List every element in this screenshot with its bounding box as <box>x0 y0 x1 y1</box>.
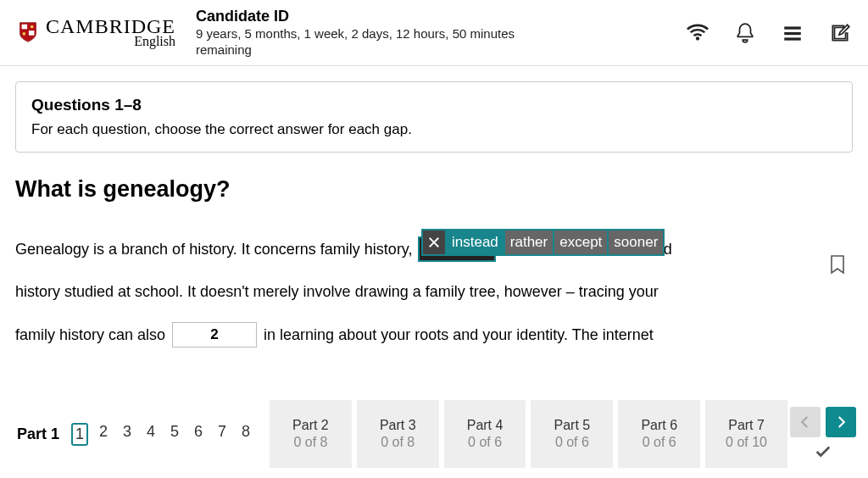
answer-popup: instead rather except sooner <box>421 229 665 256</box>
brand-sub: English <box>46 36 175 47</box>
footer-nav: Part 1 1 2 3 4 5 6 7 8 Part 20 of 8 Part… <box>0 390 868 478</box>
parts-list: Part 20 of 8 Part 30 of 8 Part 40 of 6 P… <box>270 390 787 478</box>
svg-rect-5 <box>784 31 801 34</box>
part-box[interactable]: Part 60 of 6 <box>618 400 700 468</box>
question-number-list: 1 2 3 4 5 6 7 8 <box>71 423 254 446</box>
gap-2[interactable]: 2 <box>172 322 257 347</box>
part-box[interactable]: Part 50 of 6 <box>531 400 613 468</box>
question-number[interactable]: 6 <box>190 423 207 446</box>
popup-option[interactable]: except <box>554 231 607 254</box>
popup-option[interactable]: instead <box>447 231 504 254</box>
candidate-id-label: Candidate ID <box>196 8 518 25</box>
question-number[interactable]: 3 <box>119 423 136 446</box>
wifi-icon <box>687 22 709 44</box>
current-part-label: Part 1 <box>17 425 59 443</box>
question-number[interactable]: 8 <box>237 423 254 446</box>
instructions-heading: Questions 1–8 <box>31 96 837 114</box>
instructions-body: For each question, choose the correct an… <box>31 121 837 138</box>
question-number[interactable]: 2 <box>95 423 112 446</box>
header-icons <box>687 22 851 44</box>
arrow-left-icon <box>798 414 813 430</box>
shield-icon <box>17 21 39 43</box>
current-part: Part 1 1 2 3 4 5 6 7 8 <box>0 390 270 478</box>
time-remaining: 9 years, 5 months, 1 week, 2 days, 12 ho… <box>196 25 518 58</box>
brand-logo: CAMBRIDGE English <box>17 18 175 48</box>
arrow-right-icon <box>833 414 849 430</box>
passage-text: history studied at school. It doesn't me… <box>15 270 659 313</box>
part-box[interactable]: Part 30 of 8 <box>357 400 439 468</box>
edit-icon[interactable] <box>829 22 851 44</box>
popup-close[interactable] <box>423 231 445 254</box>
popup-option[interactable]: sooner <box>609 231 663 254</box>
part-box[interactable]: Part 70 of 10 <box>705 400 787 468</box>
bell-icon[interactable] <box>734 22 756 44</box>
passage-text: in learning about your roots and your id… <box>264 314 654 356</box>
content-area: Questions 1–8 For each question, choose … <box>0 66 868 371</box>
next-button[interactable] <box>826 407 856 437</box>
nav-buttons <box>787 390 868 478</box>
instructions-box: Questions 1–8 For each question, choose … <box>15 81 853 153</box>
svg-rect-6 <box>784 37 801 40</box>
check-icon[interactable] <box>814 442 832 461</box>
menu-icon[interactable] <box>782 22 804 44</box>
close-icon <box>428 236 440 248</box>
question-number[interactable]: 4 <box>142 423 159 446</box>
svg-rect-1 <box>29 31 35 36</box>
svg-rect-0 <box>22 25 27 30</box>
popup-option[interactable]: rather <box>505 231 553 254</box>
svg-point-2 <box>23 32 26 36</box>
svg-point-3 <box>31 25 34 29</box>
prev-button[interactable] <box>790 407 821 437</box>
question-title: What is genealogy? <box>15 176 853 203</box>
candidate-block: Candidate ID 9 years, 5 months, 1 week, … <box>196 8 518 58</box>
header: CAMBRIDGE English Candidate ID 9 years, … <box>0 0 868 66</box>
svg-rect-4 <box>784 26 801 29</box>
part-box[interactable]: Part 40 of 6 <box>444 400 526 468</box>
question-number[interactable]: 1 <box>71 423 88 446</box>
passage-text: Genealogy is a branch of history. It con… <box>15 228 413 270</box>
bookmark-icon[interactable] <box>829 254 846 275</box>
part-box[interactable]: Part 20 of 8 <box>270 400 352 468</box>
question-number[interactable]: 7 <box>214 423 231 446</box>
question-number[interactable]: 5 <box>166 423 183 446</box>
passage-text: family history can also <box>15 314 165 356</box>
